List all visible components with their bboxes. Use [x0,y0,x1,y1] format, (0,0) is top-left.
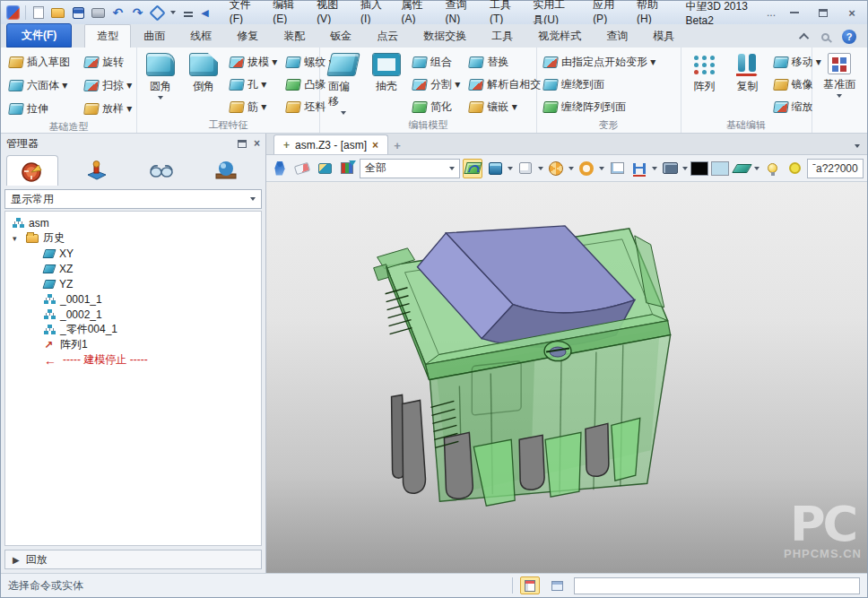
chamfer-button[interactable]: 倒角 [184,50,223,118]
tree-node-stop-marker[interactable]: ← ----- 建模停止 ----- [5,352,261,368]
box-button[interactable]: 六面体 ▾ [6,75,73,95]
zoom-all-button[interactable] [151,4,165,21]
tab-wireframe[interactable]: 线框 [178,24,224,48]
new-file-button[interactable] [30,4,45,21]
save-button[interactable] [71,4,85,21]
close-button[interactable]: × [842,5,862,20]
show-target-button[interactable] [315,159,334,178]
tab-sheetmetal[interactable]: 钣金 [317,24,364,48]
panel-close-icon[interactable]: × [254,137,260,150]
floor-plane-dropdown[interactable] [754,167,760,170]
search-icon[interactable] [821,33,829,41]
wrap-to-face-button[interactable]: 缠绕到面 [541,74,658,94]
overflow-dots[interactable]: ... [767,6,776,19]
tree-node-xy[interactable]: XY [5,246,261,261]
align-plane-view-button[interactable] [463,159,482,178]
wrap-pattern-button[interactable]: 缠绕阵列到面 [541,97,658,117]
tab-shape[interactable]: 造型 [84,24,131,48]
resolve-selfx-button[interactable]: 解析自相交 [466,74,543,94]
filter-combobox[interactable]: 全部 [360,159,460,178]
file-menu-button[interactable]: 文件(F) [6,23,72,48]
redo-button[interactable]: ↷ [131,4,145,21]
tree-node-pattern[interactable]: ↗ 阵列1 [5,337,261,352]
shell-button[interactable]: 抽壳 [367,50,406,118]
expander-icon[interactable]: ▾ [13,234,22,243]
zoom-tool-button[interactable] [577,159,596,178]
combine-button[interactable]: 组合 [410,52,463,72]
window-zoom-button[interactable] [607,159,627,178]
collapse-ribbon-icon[interactable] [799,33,809,43]
background-button[interactable] [660,159,680,178]
layer-input[interactable] [807,159,864,178]
tab-tools[interactable]: 工具 [479,24,525,48]
view-orientation-dropdown[interactable] [569,167,574,170]
ambient-light-button[interactable] [785,159,804,178]
draft-button[interactable]: 拔模 ▾ [227,52,280,72]
app-logo-icon[interactable] [6,5,20,20]
datum-plane-dropdown[interactable] [837,94,842,98]
open-file-button[interactable] [51,4,65,21]
tab-inquire[interactable]: 查询 [594,24,640,48]
inlay-button[interactable]: 镶嵌 ▾ [466,97,543,117]
zoom-all-dropdown[interactable] [170,11,176,14]
hole-button[interactable]: 孔 ▾ [227,74,280,94]
divide-button[interactable]: 分割 ▾ [410,74,463,94]
pattern-button[interactable]: 阵列 [685,50,725,118]
wireframe-mode-button[interactable] [516,159,535,178]
tree-node-comp3[interactable]: _零件004_1 [5,322,261,337]
undo-button[interactable]: ↶ [110,4,125,21]
print-button[interactable] [91,4,105,21]
document-tab-asm[interactable]: + asm.Z3 - [asm] × [273,134,388,154]
extrude-button[interactable]: 拉伸 [6,99,73,118]
section-view-dropdown[interactable] [652,167,657,170]
tree-node-xz[interactable]: XZ [5,261,261,276]
minimize-button[interactable] [785,5,804,20]
panel-restore-icon[interactable] [238,140,247,148]
tab-assembly-manager[interactable] [71,155,123,186]
shade-mode-dropdown[interactable] [508,167,513,170]
erase-button[interactable] [292,159,312,178]
section-view-button[interactable] [629,159,649,178]
tab-visual-manager[interactable] [200,155,252,186]
collapse-quickbar-icon[interactable]: ◀ [201,8,208,18]
help-icon[interactable]: ? [842,30,856,44]
tab-surface[interactable]: 曲面 [131,24,178,48]
tab-history-manager[interactable] [6,155,58,186]
fillet-dropdown[interactable] [158,96,163,100]
tab-list-dropdown[interactable] [855,144,860,148]
tree-filter-dropdown[interactable]: 显示常用 [4,189,262,209]
status-list-button[interactable] [547,576,567,594]
tree-node-root[interactable]: asm [5,215,261,230]
deform-point-button[interactable]: 由指定点开始变形 ▾ [541,52,658,72]
tab-assembly[interactable]: 装配 [271,24,317,48]
toolbar-options-button[interactable] [181,4,195,21]
datum-plane-button[interactable]: 基准面 [819,50,860,118]
tree-node-history[interactable]: ▾ 历史 [5,230,261,246]
tab-visualstyle[interactable]: 视觉样式 [525,24,594,48]
revolve-button[interactable]: 旋转 [82,52,135,72]
command-input[interactable] [574,577,860,594]
tree-node-comp1[interactable]: _0001_1 [5,291,261,307]
fillet-button[interactable]: 圆角 [141,50,180,118]
escape-tool-button[interactable] [270,159,290,178]
new-document-tab-button[interactable]: + [388,136,406,154]
color-swatch-black[interactable] [690,161,708,176]
copy-button[interactable]: 复制 [728,50,768,118]
doc-close-icon[interactable]: × [372,139,378,152]
light-button[interactable] [762,159,782,178]
sweep-button[interactable]: 扫掠 ▾ [82,75,135,95]
insert-sketch-button[interactable]: 插入草图 [6,52,73,72]
pick-filter-button[interactable] [337,159,357,178]
tab-repair[interactable]: 修复 [224,24,271,48]
viewport-3d[interactable]: PC PHPCMS.CN [266,182,867,573]
background-dropdown[interactable] [682,167,688,170]
simplify-button[interactable]: 简化 [410,97,463,117]
tab-visibility-manager[interactable] [135,155,187,186]
playback-bar[interactable]: ▶ 回放 [4,550,262,569]
face-offset-button[interactable]: 面偏移 [324,50,363,118]
view-orientation-button[interactable] [546,159,566,178]
replace-button[interactable]: 替换 [466,52,543,72]
restore-button[interactable] [813,5,833,20]
color-swatch-lightblue[interactable] [711,161,729,176]
status-ruler-button[interactable] [520,576,540,594]
